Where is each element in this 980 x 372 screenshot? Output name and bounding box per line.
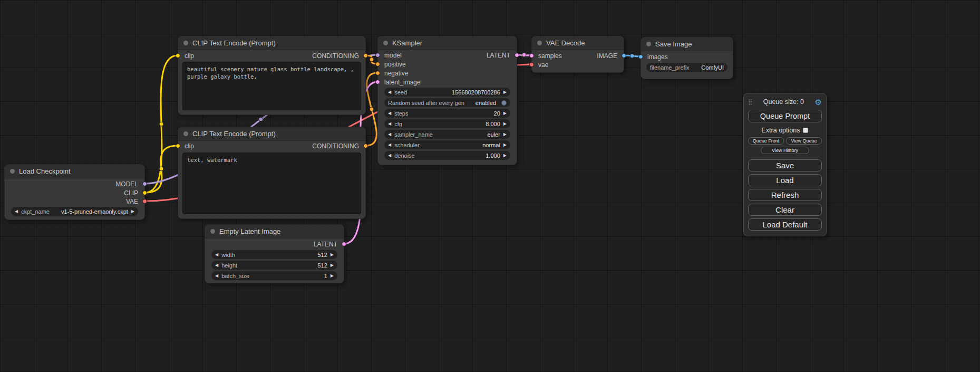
queue-front-button[interactable]: Queue Front	[748, 137, 784, 145]
increment-icon[interactable]: ▶	[131, 209, 134, 214]
increment-icon[interactable]: ▶	[503, 90, 507, 94]
latent-output-port[interactable]	[342, 242, 346, 246]
increment-icon[interactable]: ▶	[503, 154, 507, 158]
increment-icon[interactable]: ▶	[503, 143, 507, 147]
decrement-icon[interactable]: ◀	[388, 154, 391, 158]
width-widget[interactable]: ◀ width 512 ▶	[211, 250, 337, 259]
positive-input-port[interactable]	[375, 62, 380, 66]
node-title-bar[interactable]: Empty Latent Image	[205, 225, 344, 239]
ckpt-name-widget[interactable]: ◀ ckpt_name v1-5-pruned-emaonly.ckpt ▶	[11, 207, 138, 216]
node-load-checkpoint[interactable]: Load Checkpoint MODEL CLIP VAE ◀ ckpt_na…	[4, 164, 145, 220]
view-queue-button[interactable]: View Queue	[786, 137, 822, 145]
conditioning-output-port[interactable]	[363, 53, 368, 58]
widget-value: 20	[494, 110, 500, 117]
load-button[interactable]: Load	[748, 174, 822, 186]
vae-input-port[interactable]	[529, 62, 534, 67]
collapse-dot-icon[interactable]	[183, 131, 188, 136]
widget-label: batch_size	[221, 273, 249, 279]
clip-input-port[interactable]	[176, 53, 180, 58]
node-title-bar[interactable]: CLIP Text Encode (Prompt)	[178, 127, 365, 141]
widget-label: Random seed after every gen	[388, 100, 464, 106]
node-graph-canvas[interactable]: Load Checkpoint MODEL CLIP VAE ◀ ckpt_na…	[0, 0, 980, 372]
node-title-bar[interactable]: VAE Decode	[532, 36, 624, 50]
image-output-port[interactable]	[622, 53, 626, 58]
node-title-bar[interactable]: CLIP Text Encode (Prompt)	[178, 36, 365, 50]
increment-icon[interactable]: ▶	[503, 132, 507, 137]
toggle-indicator-icon[interactable]	[501, 100, 507, 106]
node-ksampler[interactable]: KSampler model LATENT positive negative …	[377, 36, 517, 165]
node-empty-latent-image[interactable]: Empty Latent Image LATENT ◀ width 512 ▶ …	[205, 224, 344, 283]
node-clip-text-encode-positive[interactable]: CLIP Text Encode (Prompt) clip CONDITION…	[178, 36, 366, 115]
widget-label: ckpt_name	[21, 208, 50, 215]
cfg-widget[interactable]: ◀ cfg 8.000 ▶	[384, 119, 510, 128]
model-output-port[interactable]	[142, 182, 147, 186]
clip-output-port[interactable]	[142, 190, 147, 195]
latent-output-port[interactable]	[515, 53, 519, 58]
clip-input-port[interactable]	[176, 144, 180, 148]
random-seed-toggle-widget[interactable]: Random seed after every gen enabled	[384, 98, 510, 107]
height-widget[interactable]: ◀ height 512 ▶	[211, 261, 337, 270]
collapse-dot-icon[interactable]	[10, 169, 15, 174]
decrement-icon[interactable]: ◀	[388, 111, 391, 116]
link-midpoint-dot	[159, 122, 163, 126]
collapse-dot-icon[interactable]	[383, 41, 388, 45]
decrement-icon[interactable]: ◀	[215, 263, 218, 268]
collapse-dot-icon[interactable]	[646, 42, 651, 46]
decrement-icon[interactable]: ◀	[388, 122, 391, 126]
load-default-button[interactable]: Load Default	[748, 218, 822, 231]
node-save-image[interactable]: Save Image images filename_prefix ComfyU…	[641, 37, 733, 79]
vae-output-port[interactable]	[142, 199, 147, 204]
increment-icon[interactable]: ▶	[331, 263, 334, 268]
decrement-icon[interactable]: ◀	[388, 132, 391, 137]
extra-options-checkbox[interactable]	[803, 128, 808, 133]
decrement-icon[interactable]: ◀	[388, 90, 391, 94]
decrement-icon[interactable]: ◀	[215, 274, 218, 278]
node-clip-text-encode-negative[interactable]: CLIP Text Encode (Prompt) clip CONDITION…	[178, 127, 366, 219]
increment-icon[interactable]: ▶	[331, 274, 334, 278]
node-vae-decode[interactable]: VAE Decode samples IMAGE vae	[531, 36, 624, 73]
decrement-icon[interactable]: ◀	[215, 253, 218, 257]
queue-menu-panel[interactable]: ⣿ Queue size: 0 ⚙ Queue Prompt Extra opt…	[743, 93, 827, 236]
increment-icon[interactable]: ▶	[503, 122, 507, 126]
output-label-image: IMAGE	[597, 52, 617, 60]
drag-handle-icon[interactable]: ⣿	[748, 99, 752, 106]
output-label-conditioning: CONDITIONING	[312, 142, 359, 150]
collapse-dot-icon[interactable]	[210, 229, 215, 234]
denoise-widget[interactable]: ◀ denoise 1.000 ▶	[384, 151, 510, 160]
latent-image-input-port[interactable]	[375, 80, 380, 84]
increment-icon[interactable]: ▶	[503, 111, 507, 116]
extra-options-label: Extra options	[762, 127, 800, 134]
sampler-name-widget[interactable]: ◀ sampler_name euler ▶	[384, 130, 510, 139]
scheduler-widget[interactable]: ◀ scheduler normal ▶	[384, 140, 510, 149]
settings-gear-icon[interactable]: ⚙	[815, 98, 822, 106]
clear-button[interactable]: Clear	[748, 204, 822, 216]
link-midpoint-dot	[370, 107, 374, 111]
save-button[interactable]: Save	[748, 159, 822, 171]
model-input-port[interactable]	[375, 53, 380, 58]
decrement-icon[interactable]: ◀	[15, 209, 18, 214]
decrement-icon[interactable]: ◀	[388, 143, 391, 147]
node-title-bar[interactable]: Save Image	[641, 37, 733, 51]
negative-input-port[interactable]	[375, 71, 380, 75]
conditioning-output-port[interactable]	[363, 144, 368, 148]
view-history-button[interactable]: View History	[761, 147, 809, 154]
increment-icon[interactable]: ▶	[331, 253, 334, 257]
widget-label: sampler_name	[394, 131, 433, 138]
seed-widget[interactable]: ◀ seed 156680208700286 ▶	[384, 88, 510, 97]
filename-prefix-widget[interactable]: filename_prefix ComfyUI	[646, 63, 727, 72]
widget-value: normal	[482, 142, 500, 148]
collapse-dot-icon[interactable]	[537, 41, 542, 45]
steps-widget[interactable]: ◀ steps 20 ▶	[384, 109, 510, 118]
positive-prompt-textarea[interactable]: beautiful scenery nature glass bottle la…	[182, 62, 361, 110]
images-input-port[interactable]	[638, 54, 643, 59]
widget-label: denoise	[394, 152, 415, 159]
node-title-bar[interactable]: KSampler	[378, 36, 517, 50]
link-midpoint-dot	[630, 54, 634, 58]
node-title-bar[interactable]: Load Checkpoint	[5, 165, 144, 178]
batch-size-widget[interactable]: ◀ batch_size 1 ▶	[211, 271, 337, 280]
negative-prompt-textarea[interactable]: text, watermark	[182, 152, 361, 214]
queue-prompt-button[interactable]: Queue Prompt	[748, 110, 822, 122]
refresh-button[interactable]: Refresh	[748, 189, 822, 201]
collapse-dot-icon[interactable]	[183, 41, 188, 45]
samples-input-port[interactable]	[529, 53, 534, 58]
